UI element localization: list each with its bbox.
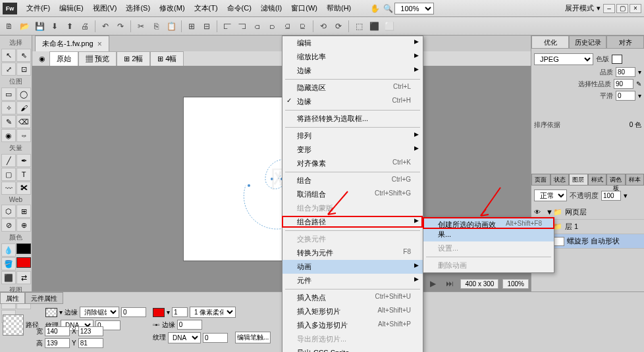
- ctx-item[interactable]: 组合路径▶: [282, 215, 423, 229]
- ctx-item[interactable]: 隐藏选区Ctrl+L: [282, 81, 423, 95]
- scale-tool[interactable]: ⤢: [1, 63, 16, 76]
- texture2-num-input[interactable]: [203, 333, 228, 343]
- x-input[interactable]: [78, 326, 103, 336]
- chevron-down-icon[interactable]: ▾: [597, 4, 601, 13]
- arrange2-icon[interactable]: ⬛: [367, 20, 381, 33]
- eraser-tool[interactable]: ⌫: [16, 115, 31, 128]
- knife-tool[interactable]: ✀: [16, 182, 31, 195]
- menu-filters[interactable]: 滤镜(I): [257, 1, 286, 15]
- tab-properties[interactable]: 属性: [0, 292, 25, 304]
- view-tab-preview[interactable]: ▦ 预览: [78, 51, 117, 66]
- stamp-tool[interactable]: ⎃: [16, 129, 31, 142]
- submenu-item[interactable]: 创建所选的动画效果...Alt+Shift+F8: [423, 218, 554, 241]
- default-colors[interactable]: ⬛: [1, 271, 16, 284]
- tab-align[interactable]: 对齐: [606, 36, 644, 49]
- ctx-item[interactable]: 元件▶: [282, 274, 423, 288]
- hotspot-tool[interactable]: ⬡: [1, 205, 16, 218]
- ctx-item[interactable]: 插入多边形切片Alt+Shift+P: [282, 318, 423, 332]
- menu-window[interactable]: 窗口(W): [287, 1, 321, 15]
- fill-color[interactable]: [16, 257, 31, 268]
- ctx-item[interactable]: 导出 CSS Sprite...: [282, 346, 423, 352]
- ctx-item[interactable]: 动画▶: [282, 260, 423, 274]
- matte-color[interactable]: [612, 55, 622, 64]
- edit-brush-button[interactable]: 编辑笔触...: [235, 332, 271, 343]
- menu-text[interactable]: 文本(T): [190, 1, 222, 15]
- close-document-icon[interactable]: ×: [97, 39, 102, 49]
- view-tab-4up[interactable]: ⊞ 4幅: [150, 51, 184, 66]
- tab-samples[interactable]: 样本: [626, 174, 645, 186]
- copy-icon[interactable]: ⎘: [149, 20, 163, 33]
- edge2-input[interactable]: [177, 320, 202, 330]
- hide-tool[interactable]: ⊘: [1, 218, 16, 232]
- show-tool[interactable]: ⊕: [16, 218, 31, 232]
- marquee-tool[interactable]: ▭: [1, 88, 16, 101]
- ctx-item[interactable]: 对齐像素Ctrl+K: [282, 157, 423, 170]
- align-top-icon[interactable]: ⫐: [266, 20, 279, 33]
- slider-icon[interactable]: ▾: [638, 92, 641, 99]
- ctx-item[interactable]: 缩放比率▶: [282, 50, 423, 64]
- ctx-item[interactable]: 排列▶: [282, 129, 423, 143]
- ctx-item[interactable]: 将路径转换为选取框...: [282, 112, 423, 126]
- new-icon[interactable]: 🗎: [3, 20, 16, 33]
- ctx-item[interactable]: 取消组合Ctrl+Shift+G: [282, 188, 423, 201]
- align-left-icon[interactable]: ⫍: [221, 20, 234, 33]
- opacity-input[interactable]: [601, 191, 621, 201]
- ctx-item[interactable]: 插入矩形切片Alt+Shift+U: [282, 305, 423, 318]
- tab-states[interactable]: 状态: [550, 174, 570, 186]
- tab-swatches[interactable]: 调色板: [606, 174, 626, 186]
- eyedropper-tool[interactable]: 💧: [1, 243, 16, 257]
- pen-tool[interactable]: ✒: [16, 154, 31, 167]
- redo-icon[interactable]: ↷: [114, 20, 127, 33]
- document-tab[interactable]: 未命名-1.fw.png ×: [35, 36, 109, 51]
- menu-file[interactable]: 文件(F): [22, 1, 54, 15]
- smooth-input[interactable]: [616, 91, 635, 101]
- ctx-item[interactable]: 编辑▶: [282, 36, 423, 50]
- tab-styles[interactable]: 样式: [588, 174, 607, 186]
- blend-mode-select[interactable]: 正常: [534, 189, 567, 201]
- slice-tool[interactable]: ⊞: [16, 205, 31, 218]
- ctx-item[interactable]: 转换为元件F8: [282, 246, 423, 260]
- close-button[interactable]: ×: [630, 4, 641, 13]
- stroke-type-select[interactable]: 1 像素柔化: [190, 307, 236, 318]
- minimize-button[interactable]: –: [603, 4, 615, 13]
- menu-select[interactable]: 选择(S): [122, 1, 154, 15]
- eye-icon[interactable]: 👁: [534, 209, 543, 216]
- crop-tool[interactable]: ⊡: [16, 63, 31, 76]
- edge-select[interactable]: 消除锯齿: [80, 307, 119, 318]
- pencil-tool[interactable]: ✎: [1, 115, 16, 128]
- rotate-icon[interactable]: ⟲: [317, 20, 330, 33]
- tab-symbol-props[interactable]: 元件属性: [25, 292, 63, 304]
- rotate2-icon[interactable]: ⟳: [332, 20, 345, 33]
- tab-optimize[interactable]: 优化: [531, 36, 569, 49]
- tab-pages[interactable]: 页面: [531, 174, 550, 186]
- zoom-tool-icon[interactable]: 🔍: [381, 2, 394, 15]
- tab-layers[interactable]: 图层: [569, 174, 588, 186]
- arrange3-icon[interactable]: ⬜: [383, 20, 396, 33]
- fill-swatch[interactable]: [45, 308, 57, 317]
- nav-last-icon[interactable]: ⏭: [443, 277, 456, 290]
- y-input[interactable]: [78, 338, 103, 348]
- freeform-tool[interactable]: 〰: [1, 182, 16, 195]
- subselect-tool[interactable]: ⇖: [16, 49, 31, 62]
- stroke-size-input[interactable]: [172, 307, 188, 317]
- workspace-mode[interactable]: 展开模式: [565, 3, 594, 13]
- slider-icon[interactable]: ▾: [624, 191, 628, 200]
- wand-tool[interactable]: ✧: [1, 101, 16, 114]
- line-tool[interactable]: ╱: [1, 154, 16, 167]
- ctx-item[interactable]: 边缘▶: [282, 64, 423, 78]
- menu-view[interactable]: 视图(V): [89, 1, 121, 15]
- lasso-tool[interactable]: ◯: [16, 88, 31, 101]
- menu-help[interactable]: 帮助(H): [323, 1, 355, 15]
- restore-button[interactable]: ▢: [616, 4, 628, 13]
- ctx-item[interactable]: ✓边缘Ctrl+H: [282, 95, 423, 109]
- stroke-align-icons[interactable]: ▫▪▫: [153, 321, 160, 328]
- ctx-item[interactable]: 组合Ctrl+G: [282, 174, 423, 188]
- align-bottom-icon[interactable]: ⫒: [296, 20, 309, 33]
- menu-edit[interactable]: 编辑(E): [55, 1, 88, 15]
- import-icon[interactable]: ⬇: [48, 20, 61, 33]
- edge-num-input[interactable]: [121, 307, 146, 317]
- height-input[interactable]: [45, 338, 70, 348]
- swap-colors[interactable]: ⇄: [16, 271, 31, 284]
- texture2-select[interactable]: DNA: [168, 332, 201, 343]
- arrange-icon[interactable]: ⬚: [352, 20, 365, 33]
